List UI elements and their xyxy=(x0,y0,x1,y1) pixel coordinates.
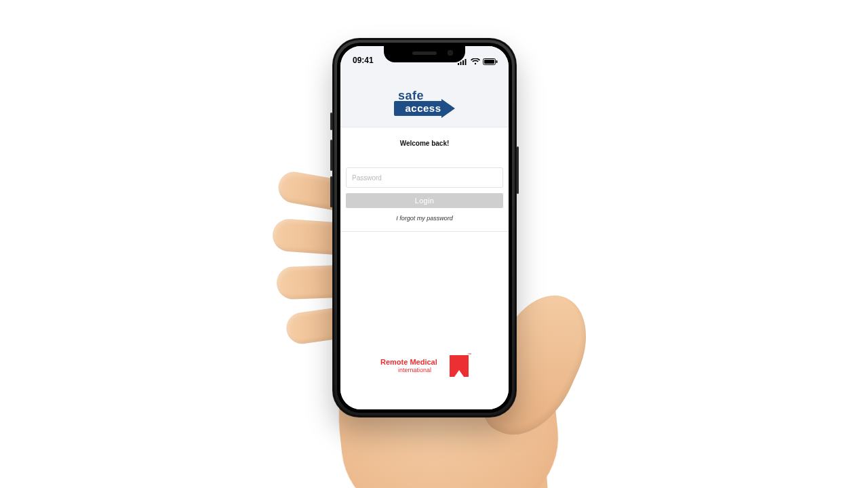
wifi-icon xyxy=(471,58,480,65)
forgot-password-link[interactable]: I forgot my password xyxy=(346,215,503,222)
stage: 09:41 safe xyxy=(0,0,868,488)
volume-up-button xyxy=(330,140,332,171)
trademark-symbol: ™ xyxy=(467,352,471,357)
app-root: safe access Welcome back! Login I forgot… xyxy=(340,46,509,409)
battery-icon xyxy=(483,58,498,65)
login-button[interactable]: Login xyxy=(346,193,503,208)
content-spacer xyxy=(340,232,509,355)
logo-text-access: access xyxy=(399,101,448,116)
password-input[interactable] xyxy=(346,167,503,188)
svg-rect-1 xyxy=(460,62,462,65)
rmi-line1: Remote Medical xyxy=(380,358,437,366)
svg-rect-5 xyxy=(484,60,494,64)
phone-screen: 09:41 safe xyxy=(340,46,509,409)
welcome-heading: Welcome back! xyxy=(346,140,503,147)
login-card: Welcome back! Login I forgot my password xyxy=(340,127,509,232)
volume-down-button xyxy=(330,176,332,207)
app-footer: Remote Medical international ™ xyxy=(340,355,509,409)
safeaccess-logo: safe access xyxy=(394,89,455,117)
svg-rect-2 xyxy=(462,60,464,65)
status-time: 09:41 xyxy=(353,56,374,65)
rmi-line2: international xyxy=(398,367,431,373)
svg-rect-3 xyxy=(465,59,467,65)
rmi-mark-icon xyxy=(450,355,469,377)
notch xyxy=(384,46,465,62)
power-button xyxy=(517,146,519,194)
svg-rect-6 xyxy=(496,60,498,63)
svg-rect-0 xyxy=(458,63,459,65)
phone-frame: 09:41 safe xyxy=(332,38,517,418)
mute-switch xyxy=(330,113,332,130)
remote-medical-logo: Remote Medical international ™ xyxy=(380,355,469,378)
